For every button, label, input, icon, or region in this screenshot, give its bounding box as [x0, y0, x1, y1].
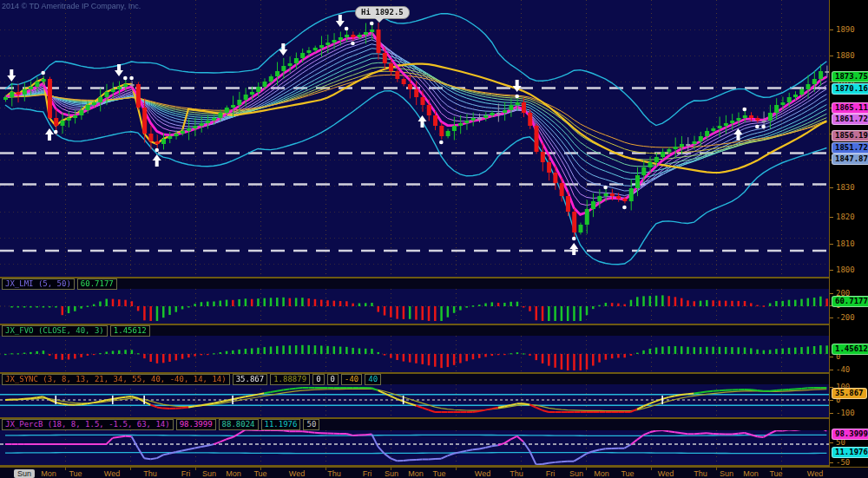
percb-value-readout: 50	[303, 419, 319, 430]
axis-price-bubble: 1856.19	[832, 130, 868, 141]
time-axis-label: Mon	[226, 469, 241, 478]
time-axis-label: Fri	[546, 469, 556, 478]
axis-price-bubble: 35.867	[832, 388, 867, 399]
lmi-value-readout: 60.7177	[77, 278, 117, 290]
fvo-values: 1.45612	[110, 325, 150, 336]
percb-header-row: JX_PercB (18, 8, 1.5, -1.5, 63, 14) 98.3…	[2, 419, 319, 429]
fvo-value-readout: 1.45612	[110, 325, 150, 337]
axis-tick-label: -200	[836, 313, 855, 322]
time-axis-label: Mon	[41, 469, 56, 478]
time-axis-label: Tue	[253, 469, 266, 478]
time-axis-tick	[651, 468, 652, 470]
time-axis-label: Tue	[621, 469, 634, 478]
time-axis-tick	[781, 468, 782, 470]
axis-tick-label: 1800	[836, 265, 855, 274]
percb-study-canvas[interactable]	[0, 430, 829, 465]
axis-price-bubble: 1873.75	[832, 71, 868, 82]
time-axis-tick	[391, 468, 391, 470]
percb-values: 98.399988.802411.197650	[176, 419, 320, 429]
percb-study-label[interactable]: JX_PercB (18, 8, 1.5, -1.5, 63, 14)	[2, 419, 174, 430]
lmi-values: 60.7177	[77, 278, 117, 289]
time-axis-label: Sun	[720, 469, 733, 478]
lmi-study-label[interactable]: JX_LMI (5, 50)	[2, 278, 75, 290]
axis-tick-label: 1830	[836, 183, 855, 192]
sync-study-canvas[interactable]	[0, 384, 829, 417]
time-axis-label: Thu	[510, 469, 523, 478]
percb-value-readout: 11.1976	[261, 419, 301, 430]
time-axis-label: Mon	[408, 469, 424, 478]
fvo-header-row: JX_FVO (CLOSE, 40, 3) 1.45612	[2, 325, 150, 336]
time-axis-label: Wed	[658, 469, 674, 478]
time-axis-label: Mon	[743, 469, 759, 478]
fvo-study-canvas[interactable]	[0, 336, 829, 372]
time-axis-label: Tue	[432, 469, 445, 478]
time-axis-label: Thu	[143, 469, 157, 478]
axis-tick-label: -50	[836, 458, 850, 467]
time-axis-label: Sun	[385, 469, 398, 478]
sync-value-readout: 35.867	[233, 374, 268, 385]
time-axis-tick	[260, 468, 261, 470]
time-axis-tick	[65, 468, 66, 470]
sync-value-readout: -40	[341, 374, 362, 385]
axis-tick-label: -100	[836, 409, 855, 417]
axis-price-bubble: 98.3999	[832, 429, 868, 440]
axis-tick-label: 1820	[836, 213, 855, 221]
time-axis-label: Wed	[475, 469, 490, 478]
axis-price-bubble: 11.1976	[832, 447, 868, 458]
time-axis-tick	[195, 468, 196, 470]
panel-divider	[0, 277, 868, 278]
time-axis-label: Tue	[769, 469, 782, 478]
axis-tick-label: 1890	[836, 25, 855, 34]
axis-price-bubble: 60.7177	[832, 296, 868, 307]
time-axis-label: Sun	[569, 469, 583, 478]
axis-price-bubble: 1.45612	[832, 344, 868, 355]
axis-tick-label: 1880	[836, 51, 855, 60]
time-axis-label: Fri	[181, 469, 191, 478]
fvo-study-label[interactable]: JX_FVO (CLOSE, 40, 3)	[2, 325, 108, 337]
time-axis-label: Mon	[594, 469, 609, 478]
percb-value-readout: 98.3999	[176, 419, 216, 430]
time-axis-label: Wed	[104, 469, 120, 478]
sync-value-readout: 0	[327, 374, 339, 385]
high-price-tooltip: Hi 1892.5	[355, 6, 410, 19]
axis-tick-label: -40	[836, 365, 850, 374]
trading-chart-window: 2014 © TD Ameritrade IP Company, Inc. Hi…	[0, 0, 868, 478]
time-axis-label: Thu	[327, 469, 341, 478]
axis-tick-label: 1810	[836, 239, 855, 248]
time-axis-tick	[456, 468, 457, 470]
time-axis-tick	[521, 468, 522, 470]
time-axis-tick	[130, 468, 131, 470]
time-axis-label: Sun	[14, 469, 35, 478]
axis-price-bubble: 1851.72	[832, 142, 868, 154]
time-axis-label: Wed	[289, 469, 305, 478]
time-axis-label: Fri	[363, 469, 372, 478]
percb-value-readout: 88.8024	[219, 419, 259, 430]
sync-header-row: JX_SYNC (3, 8, 13, 21, 34, 55, 40, -40, …	[2, 374, 381, 384]
lmi-header-row: JX_LMI (5, 50) 60.7177	[2, 278, 117, 289]
axis-price-bubble: 1865.11	[832, 102, 868, 114]
time-axis-label: Thu	[694, 469, 707, 478]
price-chart-canvas[interactable]	[0, 0, 829, 277]
time-axis-tick	[716, 468, 717, 470]
lmi-study-canvas[interactable]	[0, 289, 829, 324]
time-axis[interactable]: SunMonTueWedThuFriSunMonTueWedThuFriSunM…	[0, 467, 868, 478]
time-axis-label: Sun	[202, 469, 216, 478]
sync-values: 35.8671.8887900-4040	[233, 374, 381, 384]
price-axis[interactable]: 1890188018701860185018401830182018101800…	[829, 0, 868, 467]
sync-study-label[interactable]: JX_SYNC (3, 8, 13, 21, 34, 55, 40, -40, …	[2, 374, 230, 385]
copyright-text: 2014 © TD Ameritrade IP Company, Inc.	[2, 2, 141, 10]
axis-price-bubble: 1861.72	[832, 114, 868, 125]
time-axis-tick	[586, 468, 587, 470]
axis-price-bubble: 1870.16	[832, 83, 868, 95]
axis-price-bubble: 1847.87	[832, 154, 868, 165]
sync-value-readout: 40	[365, 374, 381, 385]
sync-value-readout: 0	[312, 374, 324, 385]
time-axis-label: Tue	[69, 469, 82, 478]
time-axis-tick	[326, 468, 326, 470]
time-axis-label: Wed	[807, 469, 823, 478]
sync-value-readout: 1.88879	[270, 374, 310, 385]
